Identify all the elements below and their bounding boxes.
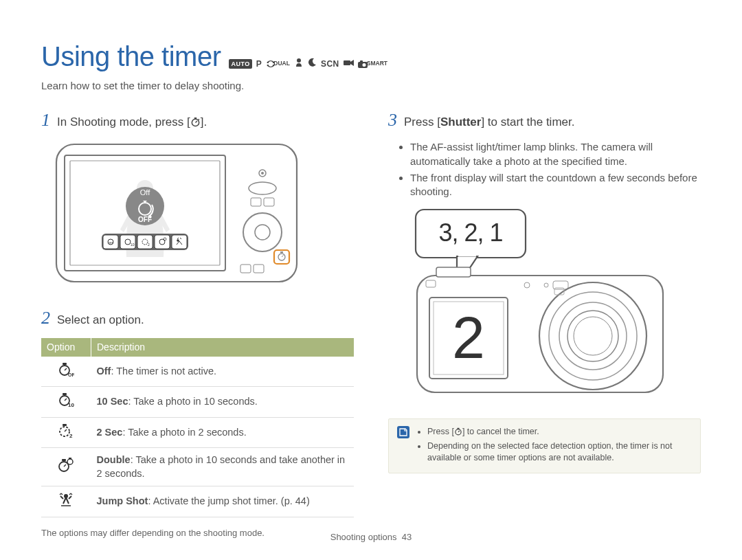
bullet-item: The front display will start the countdo… [410, 171, 701, 199]
svg-rect-51 [63, 393, 67, 395]
svg-text:OFF: OFF [108, 241, 114, 245]
step-1: 1 In Shooting mode, press []. [41, 108, 354, 132]
left-column: 1 In Shooting mode, press []. O [41, 108, 354, 539]
timer-icon [190, 116, 201, 132]
mode-p-icon: P [256, 58, 262, 69]
svg-line-60 [64, 464, 66, 467]
table-row: 10 10 Sec: Take a photo in 10 seconds. [41, 387, 354, 418]
svg-text:OFF: OFF [68, 372, 74, 377]
th-description: Description [91, 338, 355, 357]
camera-front-figure: 3, 2, 1 2 [402, 208, 701, 404]
step-3-number: 3 [388, 108, 397, 132]
svg-text:2: 2 [69, 433, 73, 438]
note-box: Press [] to cancel the timer. Depending … [388, 418, 701, 474]
svg-line-9 [198, 120, 199, 120]
table-header-row: Option Description [41, 338, 354, 357]
mode-beauty-icon [294, 58, 304, 71]
svg-line-56 [65, 429, 67, 432]
svg-point-61 [67, 459, 73, 464]
svg-rect-55 [63, 424, 67, 426]
svg-point-0 [297, 58, 301, 63]
content-columns: 1 In Shooting mode, press []. O [41, 108, 701, 539]
mode-auto-icon: AUTO [229, 59, 251, 69]
table-row: Double: Take a photo in 10 seconds and t… [41, 448, 354, 486]
svg-line-8 [195, 121, 196, 122]
page-footer: Shooting options 43 [0, 531, 742, 544]
mode-movie-icon [344, 58, 354, 70]
svg-rect-22 [172, 235, 187, 249]
step-1-number: 1 [41, 108, 50, 132]
svg-rect-62 [69, 458, 71, 459]
table-row: Jump Shot: Activate the jump shot timer.… [41, 486, 354, 517]
svg-point-4 [362, 63, 366, 67]
mode-scn-icon: SCN [321, 58, 339, 69]
mode-smart-icon: SMART [358, 60, 387, 67]
step-2-number: 2 [41, 306, 50, 330]
note-icon [397, 426, 409, 438]
svg-rect-19 [120, 235, 135, 249]
bullet-item: The AF-assist light/timer lamp blinks. T… [410, 140, 701, 168]
note-item: Press [] to cancel the timer. [427, 426, 692, 439]
camera-back-figure: Off OFF OFF 10 [55, 140, 354, 291]
step-3: 3 Press [Shutter] to start the timer. [388, 108, 701, 132]
table-row: 2 2 Sec: Take a photo in 2 seconds. [41, 417, 354, 448]
opt-icon-10sec: 10 [41, 387, 91, 418]
step-2: 2 Select an option. [41, 306, 354, 330]
step-2-text: Select an option. [57, 313, 144, 328]
table-row: OFF Off: The timer is not active. [41, 357, 354, 387]
opt-icon-off: OFF [41, 357, 91, 387]
step-3-text: Press [Shutter] to start the timer. [404, 115, 574, 131]
mode-icon-strip: AUTO P DUAL SCN SMART [229, 58, 387, 71]
page-subtitle: Learn how to set the timer to delay shoo… [41, 79, 701, 93]
svg-text:10: 10 [131, 243, 135, 247]
svg-rect-81 [457, 427, 459, 429]
note-list: Press [] to cancel the timer. Depending … [416, 426, 692, 467]
mode-night-icon [308, 58, 317, 70]
opt-icon-double [41, 448, 91, 486]
svg-rect-67 [436, 267, 471, 277]
svg-text:2: 2 [148, 243, 150, 247]
svg-rect-42 [280, 251, 283, 253]
svg-line-52 [65, 399, 67, 401]
opt-icon-jump [41, 486, 91, 517]
svg-line-48 [65, 368, 67, 370]
front-display-number: 2 [452, 304, 485, 370]
mode-dual-icon: DUAL [266, 60, 290, 68]
title-row: Using the timer AUTO P DUAL SCN SMART [41, 38, 701, 75]
svg-text:10: 10 [68, 402, 74, 407]
svg-rect-1 [344, 60, 350, 65]
opt-icon-2sec: 2 [41, 417, 91, 448]
th-option: Option [41, 338, 91, 357]
svg-rect-59 [62, 459, 66, 461]
svg-point-74 [539, 282, 647, 390]
svg-line-82 [458, 430, 460, 432]
svg-rect-21 [155, 235, 170, 249]
right-column: 3 Press [Shutter] to start the timer. Th… [388, 108, 701, 539]
page-title: Using the timer [41, 38, 221, 75]
countdown-speech: 3, 2, 1 [438, 219, 502, 247]
timer-icon [454, 427, 462, 439]
off-label-small: Off [140, 188, 150, 197]
step-3-bullets: The AF-assist light/timer lamp blinks. T… [388, 140, 701, 199]
step-1-text: In Shooting mode, press []. [57, 115, 207, 132]
options-table: Option Description OFF Off: The timer is… [41, 338, 354, 517]
svg-rect-3 [360, 60, 363, 63]
svg-text:OFF: OFF [138, 216, 152, 223]
svg-point-33 [261, 172, 264, 175]
note-item: Depending on the selected face detection… [427, 440, 692, 464]
svg-rect-20 [137, 235, 153, 249]
